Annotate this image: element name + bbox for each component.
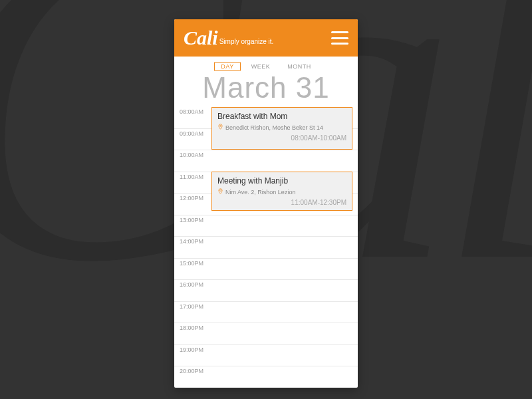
app-tagline: Simply organize it.	[219, 38, 274, 45]
location-pin-icon	[217, 188, 223, 196]
hour-label: 16:00PM	[180, 280, 203, 288]
header: Cali Simply organize it.	[174, 19, 358, 57]
hour-row: 16:00PM	[174, 280, 358, 302]
hour-row: 18:00PM	[174, 323, 358, 345]
event-location: Benedict Rishon, Moshe Beker St 14	[217, 123, 346, 132]
event-card[interactable]: Meeting with ManjibNim Ave. 2, Rishon Le…	[211, 172, 352, 211]
hour-row: 14:00PM	[174, 237, 358, 259]
tab-day[interactable]: DAY	[214, 62, 240, 71]
hour-label: 10:00AM	[180, 150, 203, 158]
event-time: 11:00AM-12:30PM	[291, 199, 346, 206]
hour-label: 18:00PM	[180, 323, 203, 331]
event-card[interactable]: Breakfast with MomBenedict Rishon, Moshe…	[211, 107, 352, 150]
hour-label: 11:00AM	[180, 172, 203, 180]
hour-label: 17:00PM	[180, 302, 203, 310]
hamburger-menu-icon[interactable]	[331, 31, 348, 45]
event-title: Breakfast with Mom	[217, 112, 346, 121]
view-tabs: DAYWEEKMONTH	[174, 57, 358, 72]
svg-point-1	[220, 190, 221, 191]
hour-label: 19:00PM	[180, 345, 203, 353]
hour-row: 10:00AM	[174, 150, 358, 172]
hour-label: 20:00PM	[180, 366, 203, 374]
app-logo: Cali	[184, 27, 218, 49]
event-location-text: Benedict Rishon, Moshe Beker St 14	[225, 124, 323, 131]
location-pin-icon	[217, 123, 223, 132]
schedule-area[interactable]: 08:00AM09:00AM10:00AM11:00AM12:00PM13:00…	[174, 107, 358, 388]
hour-label: 09:00AM	[180, 129, 203, 137]
hour-row: 13:00PM	[174, 215, 358, 237]
app-frame: Cali Simply organize it. DAYWEEKMONTH Ma…	[174, 19, 358, 388]
hour-row: 20:00PM	[174, 366, 358, 388]
event-title: Meeting with Manjib	[217, 176, 346, 186]
hour-row: 19:00PM	[174, 345, 358, 367]
event-location-text: Nim Ave. 2, Rishon Lezion	[225, 189, 295, 196]
event-location: Nim Ave. 2, Rishon Lezion	[217, 188, 346, 196]
tab-week[interactable]: WEEK	[245, 62, 277, 71]
hour-row: 17:00PM	[174, 302, 358, 324]
hour-label: 15:00PM	[180, 259, 203, 267]
hour-row: 15:00PM	[174, 259, 358, 281]
hour-label: 08:00AM	[180, 107, 203, 115]
event-time: 08:00AM-10:00AM	[291, 134, 346, 142]
hour-label: 14:00PM	[180, 237, 203, 245]
hour-label: 13:00PM	[180, 215, 203, 223]
date-title: March 31	[174, 71, 358, 104]
svg-point-0	[220, 125, 221, 126]
hour-label: 12:00PM	[180, 194, 203, 201]
tab-month[interactable]: MONTH	[281, 62, 318, 71]
